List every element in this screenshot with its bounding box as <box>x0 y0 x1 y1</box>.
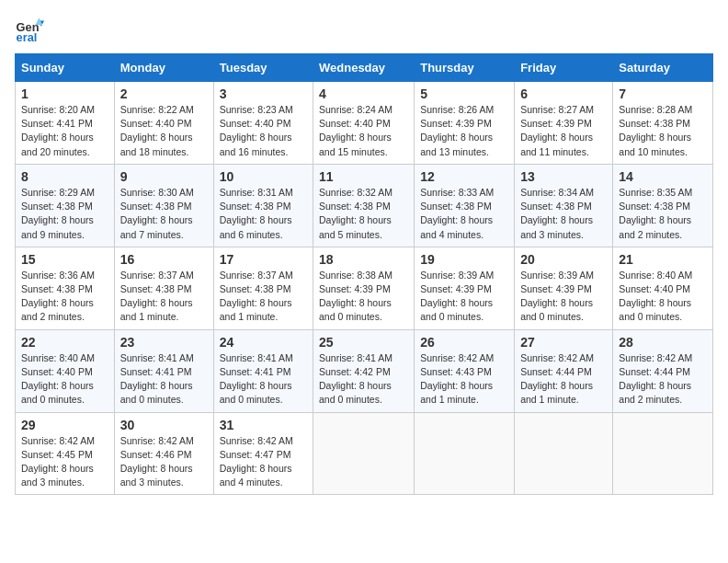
cell-content: Sunrise: 8:32 AM Sunset: 4:38 PM Dayligh… <box>319 186 408 242</box>
cell-content: Sunrise: 8:41 AM Sunset: 4:42 PM Dayligh… <box>319 351 408 408</box>
calendar-cell: 23 Sunrise: 8:41 AM Sunset: 4:41 PM Dayl… <box>114 329 213 412</box>
cell-content: Sunrise: 8:39 AM Sunset: 4:39 PM Dayligh… <box>520 269 607 325</box>
cell-content: Sunrise: 8:34 AM Sunset: 4:38 PM Dayligh… <box>520 186 607 242</box>
cell-content: Sunrise: 8:42 AM Sunset: 4:44 PM Dayligh… <box>619 351 707 408</box>
day-number: 23 <box>120 335 208 350</box>
svg-text:eral: eral <box>17 30 38 44</box>
day-number: 19 <box>420 252 508 267</box>
weekday-header-thursday: Thursday <box>415 54 515 82</box>
cell-content: Sunrise: 8:26 AM Sunset: 4:39 PM Dayligh… <box>420 103 508 159</box>
day-number: 31 <box>220 418 307 432</box>
cell-content: Sunrise: 8:27 AM Sunset: 4:39 PM Dayligh… <box>520 103 607 159</box>
calendar-cell: 13 Sunrise: 8:34 AM Sunset: 4:38 PM Dayl… <box>515 164 613 247</box>
calendar-cell: 9 Sunrise: 8:30 AM Sunset: 4:38 PM Dayli… <box>114 164 213 247</box>
day-number: 1 <box>21 86 108 101</box>
calendar-cell <box>613 412 713 495</box>
calendar-cell: 20 Sunrise: 8:39 AM Sunset: 4:39 PM Dayl… <box>515 247 613 329</box>
day-number: 26 <box>420 335 508 350</box>
cell-content: Sunrise: 8:29 AM Sunset: 4:38 PM Dayligh… <box>21 186 108 242</box>
calendar-cell: 27 Sunrise: 8:42 AM Sunset: 4:44 PM Dayl… <box>515 329 613 412</box>
calendar-cell <box>415 412 515 495</box>
calendar-cell: 28 Sunrise: 8:42 AM Sunset: 4:44 PM Dayl… <box>613 329 713 412</box>
calendar-cell: 26 Sunrise: 8:42 AM Sunset: 4:43 PM Dayl… <box>415 329 515 412</box>
day-number: 13 <box>520 169 607 184</box>
cell-content: Sunrise: 8:24 AM Sunset: 4:40 PM Dayligh… <box>319 103 408 159</box>
weekday-header-tuesday: Tuesday <box>213 54 313 82</box>
cell-content: Sunrise: 8:42 AM Sunset: 4:45 PM Dayligh… <box>21 434 108 490</box>
weekday-header-friday: Friday <box>515 54 613 82</box>
cell-content: Sunrise: 8:20 AM Sunset: 4:41 PM Dayligh… <box>21 103 108 159</box>
calendar-cell: 25 Sunrise: 8:41 AM Sunset: 4:42 PM Dayl… <box>313 329 415 412</box>
calendar-cell: 7 Sunrise: 8:28 AM Sunset: 4:38 PM Dayli… <box>613 82 713 165</box>
cell-content: Sunrise: 8:42 AM Sunset: 4:44 PM Dayligh… <box>520 351 607 408</box>
day-number: 16 <box>120 252 208 267</box>
calendar-cell: 12 Sunrise: 8:33 AM Sunset: 4:38 PM Dayl… <box>415 164 515 247</box>
day-number: 10 <box>220 169 307 184</box>
calendar-cell: 22 Sunrise: 8:40 AM Sunset: 4:40 PM Dayl… <box>16 329 115 412</box>
calendar-cell: 24 Sunrise: 8:41 AM Sunset: 4:41 PM Dayl… <box>213 329 313 412</box>
day-number: 17 <box>220 252 307 267</box>
cell-content: Sunrise: 8:41 AM Sunset: 4:41 PM Dayligh… <box>220 351 307 408</box>
calendar-cell: 15 Sunrise: 8:36 AM Sunset: 4:38 PM Dayl… <box>16 247 115 329</box>
logo: Gen eral <box>15 15 48 44</box>
cell-content: Sunrise: 8:22 AM Sunset: 4:40 PM Dayligh… <box>120 103 208 159</box>
calendar-cell: 14 Sunrise: 8:35 AM Sunset: 4:38 PM Dayl… <box>613 164 713 247</box>
calendar-cell: 17 Sunrise: 8:37 AM Sunset: 4:38 PM Dayl… <box>213 247 313 329</box>
calendar-cell: 11 Sunrise: 8:32 AM Sunset: 4:38 PM Dayl… <box>313 164 415 247</box>
weekday-header-sunday: Sunday <box>16 54 115 82</box>
logo-icon: Gen eral <box>15 15 44 44</box>
day-number: 11 <box>319 169 408 184</box>
cell-content: Sunrise: 8:31 AM Sunset: 4:38 PM Dayligh… <box>220 186 307 242</box>
calendar-cell: 5 Sunrise: 8:26 AM Sunset: 4:39 PM Dayli… <box>415 82 515 165</box>
calendar-cell: 31 Sunrise: 8:42 AM Sunset: 4:47 PM Dayl… <box>213 412 313 495</box>
calendar-cell <box>515 412 613 495</box>
day-number: 7 <box>619 86 707 101</box>
day-number: 29 <box>21 418 108 432</box>
day-number: 2 <box>120 86 208 101</box>
cell-content: Sunrise: 8:38 AM Sunset: 4:39 PM Dayligh… <box>319 269 408 325</box>
calendar-cell: 18 Sunrise: 8:38 AM Sunset: 4:39 PM Dayl… <box>313 247 415 329</box>
calendar-cell: 16 Sunrise: 8:37 AM Sunset: 4:38 PM Dayl… <box>114 247 213 329</box>
day-number: 4 <box>319 86 408 101</box>
day-number: 8 <box>21 169 108 184</box>
calendar-table: SundayMondayTuesdayWednesdayThursdayFrid… <box>15 53 713 495</box>
day-number: 24 <box>220 335 307 350</box>
calendar-cell: 21 Sunrise: 8:40 AM Sunset: 4:40 PM Dayl… <box>613 247 713 329</box>
calendar-cell: 10 Sunrise: 8:31 AM Sunset: 4:38 PM Dayl… <box>213 164 313 247</box>
day-number: 22 <box>21 335 108 350</box>
day-number: 28 <box>619 335 707 350</box>
cell-content: Sunrise: 8:42 AM Sunset: 4:47 PM Dayligh… <box>220 434 307 490</box>
day-number: 14 <box>619 169 707 184</box>
cell-content: Sunrise: 8:30 AM Sunset: 4:38 PM Dayligh… <box>120 186 208 242</box>
calendar-cell: 4 Sunrise: 8:24 AM Sunset: 4:40 PM Dayli… <box>313 82 415 165</box>
cell-content: Sunrise: 8:35 AM Sunset: 4:38 PM Dayligh… <box>619 186 707 242</box>
calendar-cell: 6 Sunrise: 8:27 AM Sunset: 4:39 PM Dayli… <box>515 82 613 165</box>
page-header: Gen eral <box>15 15 713 44</box>
cell-content: Sunrise: 8:37 AM Sunset: 4:38 PM Dayligh… <box>220 269 307 325</box>
day-number: 9 <box>120 169 208 184</box>
day-number: 30 <box>120 418 208 432</box>
calendar-cell: 3 Sunrise: 8:23 AM Sunset: 4:40 PM Dayli… <box>213 82 313 165</box>
calendar-cell: 1 Sunrise: 8:20 AM Sunset: 4:41 PM Dayli… <box>16 82 115 165</box>
cell-content: Sunrise: 8:42 AM Sunset: 4:43 PM Dayligh… <box>420 351 508 408</box>
day-number: 27 <box>520 335 607 350</box>
day-number: 21 <box>619 252 707 267</box>
cell-content: Sunrise: 8:39 AM Sunset: 4:39 PM Dayligh… <box>420 269 508 325</box>
day-number: 6 <box>520 86 607 101</box>
day-number: 5 <box>420 86 508 101</box>
day-number: 12 <box>420 169 508 184</box>
weekday-header-monday: Monday <box>114 54 213 82</box>
cell-content: Sunrise: 8:40 AM Sunset: 4:40 PM Dayligh… <box>21 351 108 408</box>
day-number: 18 <box>319 252 408 267</box>
weekday-header-wednesday: Wednesday <box>313 54 415 82</box>
cell-content: Sunrise: 8:33 AM Sunset: 4:38 PM Dayligh… <box>420 186 508 242</box>
cell-content: Sunrise: 8:37 AM Sunset: 4:38 PM Dayligh… <box>120 269 208 325</box>
cell-content: Sunrise: 8:40 AM Sunset: 4:40 PM Dayligh… <box>619 269 707 325</box>
calendar-cell: 8 Sunrise: 8:29 AM Sunset: 4:38 PM Dayli… <box>16 164 115 247</box>
calendar-cell <box>313 412 415 495</box>
cell-content: Sunrise: 8:28 AM Sunset: 4:38 PM Dayligh… <box>619 103 707 159</box>
cell-content: Sunrise: 8:42 AM Sunset: 4:46 PM Dayligh… <box>120 434 208 490</box>
calendar-cell: 2 Sunrise: 8:22 AM Sunset: 4:40 PM Dayli… <box>114 82 213 165</box>
cell-content: Sunrise: 8:41 AM Sunset: 4:41 PM Dayligh… <box>120 351 208 408</box>
weekday-header-saturday: Saturday <box>613 54 713 82</box>
